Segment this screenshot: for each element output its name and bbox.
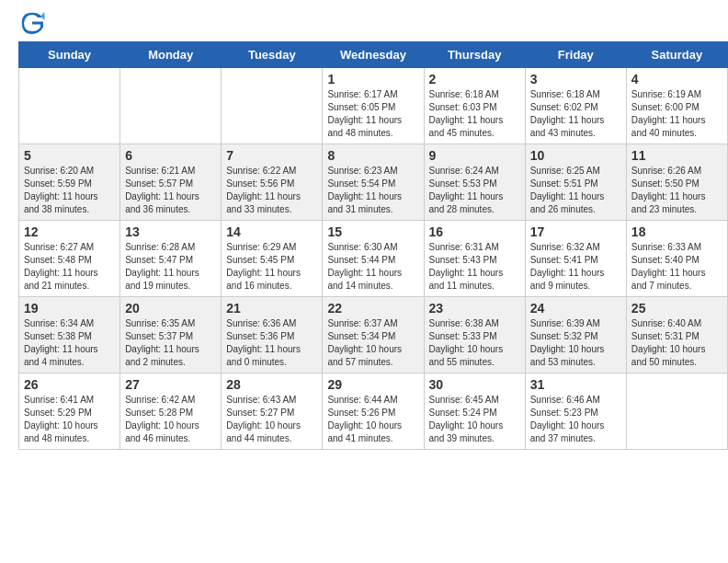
calendar-cell: 5Sunrise: 6:20 AM Sunset: 5:59 PM Daylig… <box>19 144 120 221</box>
day-number: 2 <box>429 72 520 86</box>
day-header-sunday: Sunday <box>19 42 120 68</box>
day-number: 30 <box>429 377 520 392</box>
day-number: 18 <box>631 224 722 239</box>
day-info: Sunrise: 6:28 AM Sunset: 5:47 PM Dayligh… <box>125 241 216 293</box>
day-number: 5 <box>24 148 115 163</box>
day-info: Sunrise: 6:27 AM Sunset: 5:48 PM Dayligh… <box>24 241 115 293</box>
day-number: 4 <box>631 72 722 86</box>
day-number: 27 <box>125 377 216 392</box>
day-number: 19 <box>24 301 115 316</box>
day-info: Sunrise: 6:29 AM Sunset: 5:45 PM Dayligh… <box>226 241 317 293</box>
calendar-cell: 3Sunrise: 6:18 AM Sunset: 6:02 PM Daylig… <box>525 68 626 144</box>
calendar-cell: 18Sunrise: 6:33 AM Sunset: 5:40 PM Dayli… <box>626 221 727 297</box>
day-number: 16 <box>429 224 520 239</box>
calendar-cell: 6Sunrise: 6:21 AM Sunset: 5:57 PM Daylig… <box>120 144 222 221</box>
day-number: 25 <box>631 301 722 316</box>
week-row-1: 1Sunrise: 6:17 AM Sunset: 6:05 PM Daylig… <box>19 68 728 144</box>
day-number: 7 <box>226 148 317 163</box>
day-number: 29 <box>327 377 418 392</box>
calendar-cell: 10Sunrise: 6:25 AM Sunset: 5:51 PM Dayli… <box>525 144 626 221</box>
calendar-cell: 23Sunrise: 6:38 AM Sunset: 5:33 PM Dayli… <box>424 297 525 373</box>
calendar-cell: 15Sunrise: 6:30 AM Sunset: 5:44 PM Dayli… <box>323 221 424 297</box>
calendar-cell: 22Sunrise: 6:37 AM Sunset: 5:34 PM Dayli… <box>323 297 424 373</box>
day-header-saturday: Saturday <box>626 42 727 68</box>
day-headers-row: SundayMondayTuesdayWednesdayThursdayFrid… <box>19 42 728 68</box>
day-number: 26 <box>24 377 115 392</box>
calendar-table: SundayMondayTuesdayWednesdayThursdayFrid… <box>18 41 728 450</box>
day-number: 31 <box>530 377 621 392</box>
calendar-cell: 21Sunrise: 6:36 AM Sunset: 5:36 PM Dayli… <box>222 297 323 373</box>
calendar-cell: 13Sunrise: 6:28 AM Sunset: 5:47 PM Dayli… <box>120 221 222 297</box>
day-info: Sunrise: 6:20 AM Sunset: 5:59 PM Dayligh… <box>24 165 115 216</box>
day-header-wednesday: Wednesday <box>323 42 424 68</box>
day-info: Sunrise: 6:40 AM Sunset: 5:31 PM Dayligh… <box>631 317 722 369</box>
day-number: 3 <box>530 72 621 86</box>
day-header-friday: Friday <box>525 42 626 68</box>
day-info: Sunrise: 6:41 AM Sunset: 5:29 PM Dayligh… <box>24 394 115 445</box>
day-info: Sunrise: 6:32 AM Sunset: 5:41 PM Dayligh… <box>530 241 621 293</box>
day-info: Sunrise: 6:23 AM Sunset: 5:54 PM Dayligh… <box>327 165 418 216</box>
day-number: 17 <box>530 224 621 239</box>
day-info: Sunrise: 6:31 AM Sunset: 5:43 PM Dayligh… <box>429 241 520 293</box>
calendar-cell: 11Sunrise: 6:26 AM Sunset: 5:50 PM Dayli… <box>626 144 727 221</box>
day-info: Sunrise: 6:25 AM Sunset: 5:51 PM Dayligh… <box>530 165 621 216</box>
day-number: 9 <box>429 148 520 163</box>
calendar-cell: 30Sunrise: 6:45 AM Sunset: 5:24 PM Dayli… <box>424 373 525 450</box>
day-info: Sunrise: 6:45 AM Sunset: 5:24 PM Dayligh… <box>429 394 520 445</box>
logo <box>18 9 48 37</box>
calendar-cell: 19Sunrise: 6:34 AM Sunset: 5:38 PM Dayli… <box>19 297 120 373</box>
day-info: Sunrise: 6:26 AM Sunset: 5:50 PM Dayligh… <box>631 165 722 216</box>
week-row-4: 19Sunrise: 6:34 AM Sunset: 5:38 PM Dayli… <box>19 297 728 373</box>
calendar-cell: 29Sunrise: 6:44 AM Sunset: 5:26 PM Dayli… <box>323 373 424 450</box>
calendar-cell: 25Sunrise: 6:40 AM Sunset: 5:31 PM Dayli… <box>626 297 727 373</box>
day-info: Sunrise: 6:22 AM Sunset: 5:56 PM Dayligh… <box>226 165 317 216</box>
day-info: Sunrise: 6:37 AM Sunset: 5:34 PM Dayligh… <box>327 317 418 369</box>
day-info: Sunrise: 6:46 AM Sunset: 5:23 PM Dayligh… <box>530 394 621 445</box>
day-info: Sunrise: 6:17 AM Sunset: 6:05 PM Dayligh… <box>327 88 418 140</box>
day-info: Sunrise: 6:36 AM Sunset: 5:36 PM Dayligh… <box>226 317 317 369</box>
day-number: 15 <box>327 224 418 239</box>
calendar-cell: 14Sunrise: 6:29 AM Sunset: 5:45 PM Dayli… <box>222 221 323 297</box>
day-number: 8 <box>327 148 418 163</box>
calendar-cell: 20Sunrise: 6:35 AM Sunset: 5:37 PM Dayli… <box>120 297 222 373</box>
day-number: 11 <box>631 148 722 163</box>
calendar-cell: 24Sunrise: 6:39 AM Sunset: 5:32 PM Dayli… <box>525 297 626 373</box>
calendar-cell: 27Sunrise: 6:42 AM Sunset: 5:28 PM Dayli… <box>120 373 222 450</box>
day-info: Sunrise: 6:38 AM Sunset: 5:33 PM Dayligh… <box>429 317 520 369</box>
day-number: 13 <box>125 224 216 239</box>
day-info: Sunrise: 6:21 AM Sunset: 5:57 PM Dayligh… <box>125 165 216 216</box>
calendar-cell: 9Sunrise: 6:24 AM Sunset: 5:53 PM Daylig… <box>424 144 525 221</box>
day-number: 20 <box>125 301 216 316</box>
calendar-cell: 16Sunrise: 6:31 AM Sunset: 5:43 PM Dayli… <box>424 221 525 297</box>
day-number: 6 <box>125 148 216 163</box>
day-number: 1 <box>327 72 418 86</box>
day-number: 22 <box>327 301 418 316</box>
day-header-monday: Monday <box>120 42 222 68</box>
calendar-cell: 8Sunrise: 6:23 AM Sunset: 5:54 PM Daylig… <box>323 144 424 221</box>
day-number: 23 <box>429 301 520 316</box>
calendar-cell: 4Sunrise: 6:19 AM Sunset: 6:00 PM Daylig… <box>626 68 727 144</box>
calendar-cell: 26Sunrise: 6:41 AM Sunset: 5:29 PM Dayli… <box>19 373 120 450</box>
day-info: Sunrise: 6:24 AM Sunset: 5:53 PM Dayligh… <box>429 165 520 216</box>
day-info: Sunrise: 6:34 AM Sunset: 5:38 PM Dayligh… <box>24 317 115 369</box>
day-info: Sunrise: 6:42 AM Sunset: 5:28 PM Dayligh… <box>125 394 216 445</box>
day-info: Sunrise: 6:39 AM Sunset: 5:32 PM Dayligh… <box>530 317 621 369</box>
week-row-2: 5Sunrise: 6:20 AM Sunset: 5:59 PM Daylig… <box>19 144 728 221</box>
calendar-cell: 2Sunrise: 6:18 AM Sunset: 6:03 PM Daylig… <box>424 68 525 144</box>
calendar-wrapper: SundayMondayTuesdayWednesdayThursdayFrid… <box>0 41 728 459</box>
day-number: 10 <box>530 148 621 163</box>
day-info: Sunrise: 6:35 AM Sunset: 5:37 PM Dayligh… <box>125 317 216 369</box>
calendar-cell: 1Sunrise: 6:17 AM Sunset: 6:05 PM Daylig… <box>323 68 424 144</box>
calendar-cell: 31Sunrise: 6:46 AM Sunset: 5:23 PM Dayli… <box>525 373 626 450</box>
day-header-tuesday: Tuesday <box>222 42 323 68</box>
calendar-cell: 28Sunrise: 6:43 AM Sunset: 5:27 PM Dayli… <box>222 373 323 450</box>
day-number: 28 <box>226 377 317 392</box>
day-info: Sunrise: 6:18 AM Sunset: 6:03 PM Dayligh… <box>429 88 520 140</box>
calendar-cell: 17Sunrise: 6:32 AM Sunset: 5:41 PM Dayli… <box>525 221 626 297</box>
week-row-3: 12Sunrise: 6:27 AM Sunset: 5:48 PM Dayli… <box>19 221 728 297</box>
calendar-cell: 12Sunrise: 6:27 AM Sunset: 5:48 PM Dayli… <box>19 221 120 297</box>
calendar-cell <box>626 373 727 450</box>
day-number: 21 <box>226 301 317 316</box>
day-info: Sunrise: 6:19 AM Sunset: 6:00 PM Dayligh… <box>631 88 722 140</box>
calendar-cell <box>120 68 222 144</box>
